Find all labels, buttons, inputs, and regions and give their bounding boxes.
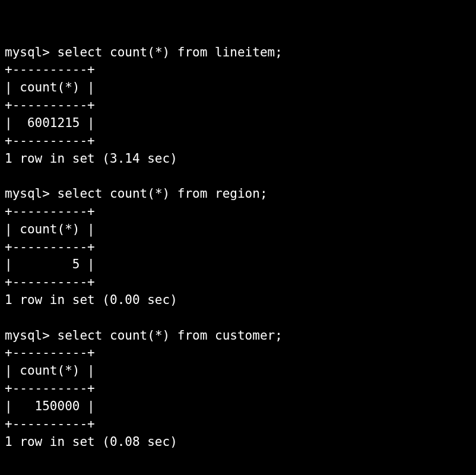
table-header: | count(*) | (5, 363, 95, 378)
query-status: 1 row in set (3.14 sec) (5, 151, 177, 166)
table-border: +----------+ (5, 134, 95, 148)
mysql-prompt: mysql> (5, 328, 50, 343)
query-status: 1 row in set (0.08 sec) (5, 435, 177, 449)
terminal-output[interactable]: mysql> select count(*) from lineitem; +-… (5, 45, 283, 449)
table-row: | 5 | (5, 257, 95, 271)
table-border: +----------+ (5, 275, 95, 289)
table-header: | count(*) | (5, 80, 95, 94)
sql-command: select count(*) from region; (58, 186, 268, 201)
table-row: | 6001215 | (5, 116, 95, 130)
sql-command: select count(*) from customer; (58, 328, 283, 343)
table-border: +----------+ (5, 417, 95, 431)
table-border: +----------+ (5, 98, 95, 112)
table-border: +----------+ (5, 240, 95, 254)
table-border: +----------+ (5, 381, 95, 395)
table-row: | 150000 | (5, 399, 95, 413)
table-border: +----------+ (5, 346, 95, 360)
sql-command: select count(*) from lineitem; (58, 45, 283, 59)
mysql-prompt: mysql> (5, 186, 50, 201)
table-border: +----------+ (5, 62, 95, 77)
query-status: 1 row in set (0.00 sec) (5, 293, 177, 307)
table-header: | count(*) | (5, 222, 95, 236)
table-border: +----------+ (5, 204, 95, 218)
mysql-prompt: mysql> (5, 45, 50, 59)
